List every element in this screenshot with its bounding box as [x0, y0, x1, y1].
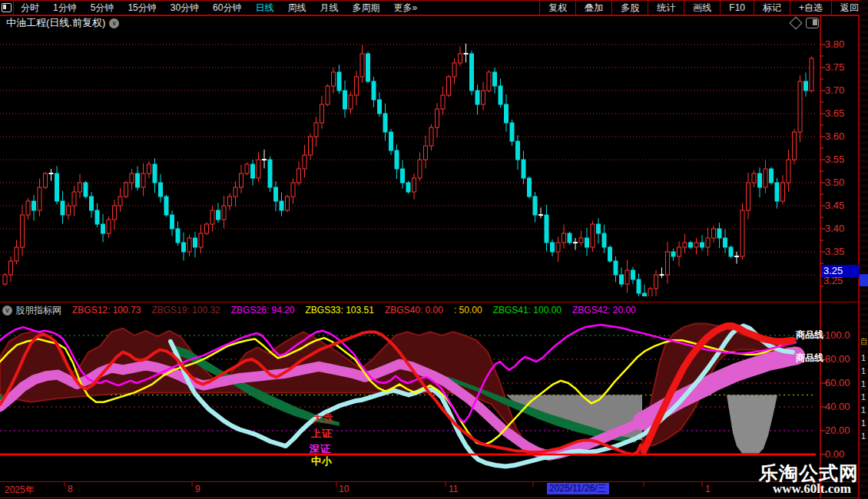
- period-tab-1[interactable]: 分时: [14, 2, 46, 15]
- toolbar-button-7[interactable]: 标记: [754, 1, 790, 15]
- date-label-5: 11: [449, 484, 458, 494]
- period-tab-11[interactable]: 更多»: [386, 2, 424, 15]
- period-tab-2[interactable]: 1分钟: [46, 2, 84, 15]
- split-pane-icon[interactable]: [806, 18, 819, 28]
- series-right-label-1: 商品线: [796, 329, 823, 342]
- chart-canvas[interactable]: [0, 0, 868, 499]
- indicator-label-0: 0.00: [825, 448, 860, 460]
- indicator-name[interactable]: 股朋指标网: [15, 304, 61, 317]
- price-label-3.35: 3.35: [825, 246, 860, 257]
- strip-digit-5: 1: [861, 405, 866, 415]
- current-price-badge: 3.25: [821, 265, 861, 277]
- right-side-strip[interactable]: 自 1111111: [860, 0, 868, 499]
- period-tab-3[interactable]: 5分钟: [84, 2, 121, 15]
- price-label-3.40: 3.40: [825, 223, 860, 234]
- price-label-3.60: 3.60: [825, 131, 860, 142]
- indicator-param-3: ZBGS26: 94.20: [231, 305, 295, 316]
- toolbar-button-2[interactable]: 叠加: [575, 1, 611, 15]
- period-tab-5[interactable]: 30分钟: [164, 2, 206, 15]
- indicator-param-6: : 50.00: [454, 305, 482, 316]
- index-annotation-2: 上证: [311, 427, 333, 441]
- indicator-param-5: ZBGS40: 0.00: [385, 305, 443, 316]
- highlighted-date-label: 2025/11/26/三: [547, 483, 609, 494]
- candlestick-series: [3, 44, 813, 309]
- diamond-icon[interactable]: [790, 17, 803, 30]
- price-label-3.50: 3.50: [825, 177, 860, 188]
- period-tab-8[interactable]: 周线: [280, 2, 313, 15]
- period-toolbar: 分时1分钟5分钟15分钟30分钟60分钟日线周线月线多周期更多»: [0, 1, 424, 15]
- date-label-1: 2025年: [5, 484, 35, 497]
- indicator-chevron-icon[interactable]: ∨: [2, 306, 12, 316]
- strip-digit-7: 1: [861, 431, 866, 441]
- toolbar-button-3[interactable]: 多股: [611, 1, 648, 15]
- price-label-3.45: 3.45: [825, 200, 860, 211]
- trading-app-window: 分时1分钟5分钟15分钟30分钟60分钟日线周线月线多周期更多» 复权叠加多股统…: [0, 0, 868, 499]
- date-label-4: 10: [339, 484, 349, 494]
- chevron-down-icon[interactable]: ∨: [109, 18, 119, 28]
- index-annotation-4: 中小: [311, 454, 333, 468]
- indicator-plot: [0, 324, 816, 467]
- action-toolbar: 复权叠加多股统计画线F10标记+自选返回: [539, 1, 868, 15]
- toolbar-button-1[interactable]: 复权: [539, 1, 575, 15]
- period-tab-9[interactable]: 月线: [313, 2, 345, 15]
- toolbar-button-6[interactable]: F10: [720, 1, 754, 15]
- date-label-3: 9: [195, 484, 200, 494]
- strip-highlight-block: [860, 274, 868, 286]
- strip-digit-3: 1: [861, 379, 866, 388]
- indicator-param-4: ZBGS33: 103.51: [306, 305, 374, 316]
- toolbar-button-8[interactable]: +自选: [790, 1, 831, 15]
- indicator-label-100: 100.0: [825, 329, 860, 341]
- window-layout-icon[interactable]: [0, 1, 14, 15]
- price-label-3.80: 3.80: [825, 38, 860, 50]
- indicator-label-40: 40.00: [825, 401, 860, 412]
- period-tab-4[interactable]: 15分钟: [121, 2, 163, 15]
- indicator-label-60: 60.00: [825, 377, 860, 388]
- period-tab-7[interactable]: 日线: [248, 2, 280, 15]
- indicator-label-80: 80.00: [825, 353, 860, 365]
- strip-digit-1: 1: [861, 353, 866, 362]
- page-title: 中油工程(日线.前复权): [6, 16, 105, 30]
- indicator-param-2: ZBGS19: 100.32: [151, 305, 220, 316]
- chart-title-row: 中油工程(日线.前复权) ∨: [0, 16, 820, 30]
- indicator-param-7: ZBGS41: 100.00: [493, 305, 562, 316]
- toolbar-button-4[interactable]: 统计: [648, 1, 684, 15]
- price-label-3.65: 3.65: [825, 107, 860, 119]
- date-label-2: 8: [68, 484, 73, 494]
- indicator-param-8: ZBGS42: 20.00: [572, 305, 636, 316]
- indicator-header: ∨ 股朋指标网 ZBGS12: 100.73ZBGS19: 100.32ZBGS…: [0, 304, 820, 316]
- indicator-param-1: ZBGS12: 100.73: [72, 305, 141, 316]
- date-label-6: 1: [705, 484, 711, 494]
- index-annotation-1: 大盘: [313, 411, 334, 425]
- indicator-params: ZBGS12: 100.73ZBGS19: 100.32ZBGS26: 94.2…: [61, 305, 636, 316]
- strip-glyph: 自: [860, 336, 868, 347]
- strip-digit-2: 1: [861, 366, 866, 375]
- date-axis: 2025年89101112025/11/26/三: [0, 482, 820, 497]
- series-right-label-2: 商品线: [796, 352, 823, 365]
- strip-digit-4: 1: [861, 392, 866, 402]
- price-label-3.75: 3.75: [825, 61, 860, 73]
- period-tab-10[interactable]: 多周期: [345, 2, 386, 15]
- indicator-label-20: 20.00: [825, 425, 860, 436]
- top-toolbar: 分时1分钟5分钟15分钟30分钟60分钟日线周线月线多周期更多» 复权叠加多股统…: [0, 0, 868, 15]
- period-tab-6[interactable]: 60分钟: [206, 2, 248, 15]
- strip-digit-6: 1: [861, 418, 866, 428]
- toolbar-button-5[interactable]: 画线: [684, 1, 720, 15]
- price-label-3.55: 3.55: [825, 154, 860, 165]
- watermark-url: www.60lt.com: [773, 481, 851, 497]
- title-right-icons: [791, 18, 819, 28]
- price-label-3.70: 3.70: [825, 84, 860, 96]
